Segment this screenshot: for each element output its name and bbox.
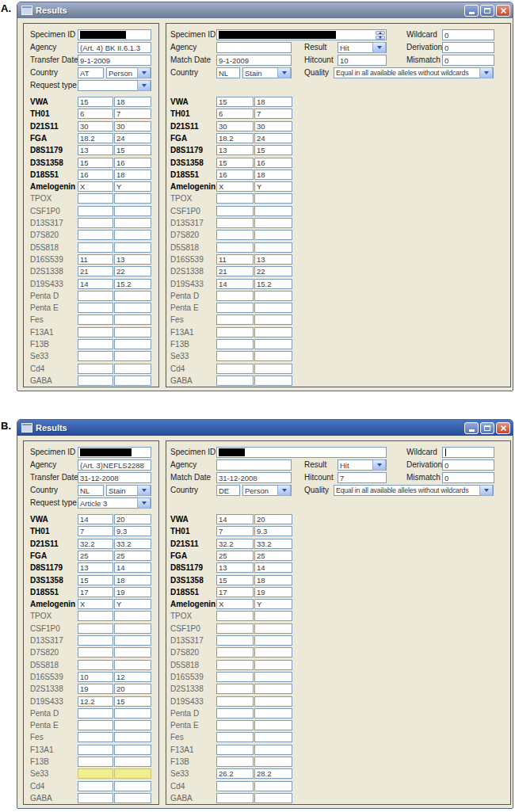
- allele-field-1[interactable]: X: [216, 599, 254, 609]
- allele-field-1[interactable]: 13: [216, 562, 254, 573]
- allele-field-2[interactable]: [254, 242, 292, 253]
- allele-field-1[interactable]: [216, 303, 254, 313]
- allele-field-2[interactable]: 22: [254, 266, 292, 276]
- allele-field-1[interactable]: [216, 291, 254, 301]
- allele-field-1[interactable]: 16: [216, 170, 254, 180]
- allele-field-1[interactable]: 30: [216, 121, 254, 132]
- allele-field-1[interactable]: [216, 660, 254, 670]
- allele-field-1[interactable]: [216, 672, 254, 682]
- mismatch-field[interactable]: 0: [442, 55, 494, 66]
- specimen-type-select[interactable]: Stain: [242, 67, 292, 78]
- minimize-button[interactable]: [464, 422, 479, 434]
- allele-field-1[interactable]: [78, 781, 113, 791]
- allele-field-2[interactable]: [114, 732, 151, 742]
- allele-field-1[interactable]: [78, 720, 113, 730]
- allele-field-2[interactable]: 9.3: [254, 526, 292, 536]
- allele-field-2[interactable]: 18: [254, 575, 292, 585]
- wildcard-field[interactable]: [442, 447, 494, 458]
- allele-field-2[interactable]: 24: [114, 133, 151, 143]
- allele-field-1[interactable]: [216, 242, 254, 253]
- allele-field-2[interactable]: Y: [254, 181, 292, 192]
- allele-field-2[interactable]: 33.2: [114, 539, 151, 549]
- allele-field-2[interactable]: [114, 781, 151, 791]
- allele-field-1[interactable]: X: [216, 181, 254, 192]
- allele-field-1[interactable]: 14: [78, 279, 113, 289]
- allele-field-2[interactable]: [114, 376, 151, 386]
- allele-field-1[interactable]: [78, 230, 113, 240]
- allele-field-2[interactable]: 15: [114, 696, 151, 707]
- allele-field-1[interactable]: [78, 647, 113, 658]
- allele-field-1[interactable]: [216, 315, 254, 325]
- allele-field-1[interactable]: [78, 242, 113, 253]
- allele-field-1[interactable]: [78, 732, 113, 742]
- allele-field-1[interactable]: 14: [78, 514, 113, 524]
- allele-field-1[interactable]: 12.2: [78, 696, 113, 707]
- titlebar[interactable]: Results: [17, 420, 513, 436]
- allele-field-1[interactable]: 17: [216, 587, 254, 597]
- allele-field-1[interactable]: [78, 793, 113, 803]
- allele-field-1[interactable]: 11: [216, 254, 254, 265]
- allele-field-2[interactable]: [254, 623, 292, 634]
- specimen-type-select[interactable]: Stain: [106, 485, 151, 496]
- allele-field-1[interactable]: [78, 327, 113, 337]
- allele-field-1[interactable]: 13: [78, 145, 113, 155]
- allele-field-2[interactable]: [114, 720, 151, 730]
- allele-field-1[interactable]: [216, 339, 254, 349]
- allele-field-1[interactable]: [216, 732, 254, 742]
- allele-field-2[interactable]: 15: [254, 145, 292, 155]
- allele-field-1[interactable]: X: [78, 181, 113, 192]
- specimen-type-select[interactable]: Person: [242, 485, 292, 496]
- allele-field-1[interactable]: [216, 623, 254, 634]
- specimen-id-field[interactable]: [78, 29, 151, 40]
- allele-field-2[interactable]: [254, 793, 292, 803]
- allele-field-1[interactable]: 11: [78, 254, 113, 265]
- specimen-type-select[interactable]: Person: [106, 67, 151, 78]
- allele-field-1[interactable]: [216, 647, 254, 658]
- allele-field-2[interactable]: [254, 206, 292, 216]
- allele-field-2[interactable]: [114, 303, 151, 313]
- allele-field-1[interactable]: [216, 635, 254, 646]
- allele-field-2[interactable]: [114, 364, 151, 374]
- allele-field-1[interactable]: [78, 193, 113, 204]
- allele-field-1[interactable]: [78, 768, 113, 779]
- allele-field-2[interactable]: [254, 230, 292, 240]
- allele-field-2[interactable]: [114, 757, 151, 767]
- wildcard-field[interactable]: 0: [442, 29, 494, 40]
- quality-select[interactable]: Equal in all available alleles without w…: [334, 485, 494, 496]
- allele-field-2[interactable]: 15.2: [114, 279, 151, 289]
- allele-field-2[interactable]: [114, 793, 151, 803]
- allele-field-1[interactable]: [216, 793, 254, 803]
- specimen-id-field[interactable]: [216, 29, 387, 40]
- allele-field-1[interactable]: [216, 720, 254, 730]
- allele-field-1[interactable]: 15: [78, 97, 113, 107]
- allele-field-1[interactable]: 30: [78, 121, 113, 132]
- allele-field-2[interactable]: [254, 351, 292, 361]
- allele-field-1[interactable]: 15: [216, 97, 254, 107]
- allele-field-1[interactable]: [78, 611, 113, 621]
- allele-field-2[interactable]: [254, 635, 292, 646]
- allele-field-2[interactable]: 20: [114, 514, 151, 524]
- allele-field-2[interactable]: 24: [254, 133, 292, 143]
- allele-field-1[interactable]: [78, 364, 113, 374]
- allele-field-1[interactable]: [78, 376, 113, 386]
- allele-field-1[interactable]: X: [78, 599, 113, 609]
- allele-field-1[interactable]: 17: [78, 587, 113, 597]
- allele-field-1[interactable]: 10: [78, 672, 113, 682]
- allele-field-1[interactable]: 14: [216, 279, 254, 289]
- allele-field-2[interactable]: [254, 696, 292, 707]
- allele-field-2[interactable]: [254, 376, 292, 386]
- allele-field-1[interactable]: [216, 745, 254, 755]
- titlebar[interactable]: Results: [17, 2, 513, 18]
- hitcount-field[interactable]: 10: [338, 55, 387, 66]
- allele-field-2[interactable]: [254, 364, 292, 374]
- agency-field[interactable]: (Art. 4) BK II.6.1.3: [78, 42, 151, 53]
- allele-field-2[interactable]: [254, 218, 292, 228]
- allele-field-2[interactable]: 33.2: [254, 539, 292, 549]
- allele-field-2[interactable]: 18: [254, 170, 292, 180]
- allele-field-2[interactable]: 18: [114, 575, 151, 585]
- allele-field-2[interactable]: 9.3: [114, 526, 151, 536]
- allele-field-1[interactable]: [216, 206, 254, 216]
- allele-field-2[interactable]: 28.2: [254, 768, 292, 779]
- derivation-field[interactable]: 0: [442, 459, 494, 471]
- transfer-date-field[interactable]: 9-1-2009: [78, 55, 151, 66]
